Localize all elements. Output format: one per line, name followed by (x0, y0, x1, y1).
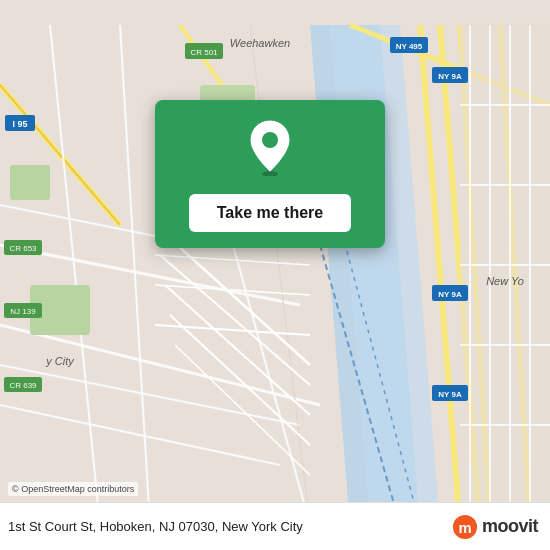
svg-text:CR 639: CR 639 (9, 381, 37, 390)
svg-text:NY 9A: NY 9A (438, 290, 462, 299)
moovit-logo: m moovit (452, 514, 538, 540)
svg-point-66 (262, 132, 278, 148)
osm-attribution: © OpenStreetMap contributors (8, 482, 138, 496)
map-background: I 95 CR 501 NY 495 NY 9A NY 9A NY 9A CR … (0, 0, 550, 550)
location-pin-icon (246, 118, 294, 176)
svg-text:New Yo: New Yo (486, 275, 524, 287)
svg-text:NJ 139: NJ 139 (10, 307, 36, 316)
svg-text:NY 9A: NY 9A (438, 72, 462, 81)
map-container: I 95 CR 501 NY 495 NY 9A NY 9A NY 9A CR … (0, 0, 550, 550)
address-text: 1st St Court St, Hoboken, NJ 07030, New … (8, 519, 303, 534)
bottom-bar: 1st St Court St, Hoboken, NJ 07030, New … (0, 502, 550, 550)
svg-rect-28 (10, 165, 50, 200)
svg-text:CR 501: CR 501 (190, 48, 218, 57)
svg-text:I 95: I 95 (12, 119, 27, 129)
svg-text:y City: y City (45, 355, 75, 367)
svg-text:CR 653: CR 653 (9, 244, 37, 253)
svg-text:NY 9A: NY 9A (438, 390, 462, 399)
moovit-brand-icon: m (452, 514, 478, 540)
pin-icon-wrap (246, 118, 294, 180)
svg-text:Weehawken: Weehawken (230, 37, 290, 49)
svg-text:NY 495: NY 495 (396, 42, 423, 51)
location-card: Take me there (155, 100, 385, 248)
attribution-text: © OpenStreetMap contributors (12, 484, 134, 494)
svg-text:m: m (458, 519, 471, 535)
moovit-brand-text: moovit (482, 516, 538, 537)
take-me-there-button[interactable]: Take me there (189, 194, 351, 232)
